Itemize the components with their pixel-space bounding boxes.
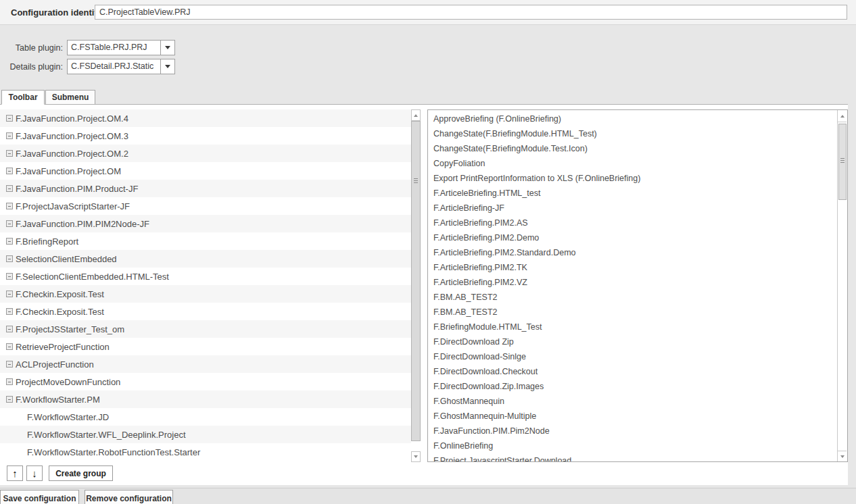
node-icon: [6, 150, 13, 157]
configured-function-row[interactable]: F.Checkin.Exposit.Test: [0, 285, 411, 303]
available-function-label: F.ArticleBriefing-JF: [433, 203, 504, 213]
available-function-row[interactable]: F.ArticleBriefing-JF: [428, 201, 837, 216]
move-down-icon: ↓: [32, 468, 37, 479]
available-function-row[interactable]: F.DirectDownload-Sinlge: [428, 349, 837, 364]
configured-function-label: F.JavaFunction.Project.OM.3: [16, 131, 128, 141]
node-icon: [6, 115, 13, 122]
save-configuration-button[interactable]: Save configuration: [0, 490, 79, 504]
move-up-icon: ↑: [12, 468, 18, 479]
scroll-down-button[interactable]: [838, 451, 847, 461]
node-icon: [6, 255, 13, 262]
create-group-button[interactable]: Create group: [49, 465, 113, 481]
available-function-label: F.JavaFunction.PIM.Pim2Node: [433, 426, 550, 436]
configured-function-row[interactable]: F.BriefingReport: [0, 232, 411, 250]
available-function-label: F.ArticeleBriefing.HTML_test: [433, 188, 540, 198]
node-icon: [6, 361, 13, 368]
available-function-row[interactable]: F.ArticleBriefing.PIM2.VZ: [428, 275, 837, 290]
available-function-row[interactable]: Export PrintReportInformation to XLS (F.…: [428, 171, 837, 186]
available-function-row[interactable]: F.BM.AB_TEST2: [428, 305, 837, 320]
configured-function-row[interactable]: F.JavaFunction.Project.OM: [0, 162, 411, 180]
available-function-label: F.ArticleBriefing.PIM2.Standard.Demo: [433, 248, 576, 257]
left-scrollbar-thumb[interactable]: [411, 121, 421, 441]
configured-function-row[interactable]: F.WorkflowStarter.RobotFunctionTest.Star…: [0, 443, 411, 461]
configured-function-row[interactable]: F.JavaFunction.Project.OM.4: [0, 109, 411, 127]
scroll-up-button[interactable]: [411, 109, 421, 121]
configured-function-label: F.JavaFunction.PIM.Product-JF: [16, 184, 138, 194]
available-function-row[interactable]: F.GhostMannequin-Multiple: [428, 409, 837, 424]
right-scrollbar-thumb[interactable]: [838, 124, 847, 200]
table-plugin-label: Table plugin:: [0, 43, 67, 53]
node-icon: [6, 168, 13, 174]
configured-function-row[interactable]: RetrieveProjectFunction: [0, 338, 411, 355]
available-function-row[interactable]: CopyFoliation: [428, 156, 837, 171]
available-function-row[interactable]: F.JavaFunction.PIM.Pim2Node: [428, 424, 837, 438]
available-function-label: F.DirectDownload-Sinlge: [433, 352, 526, 361]
available-function-row[interactable]: F.BM.AB_TEST2: [428, 290, 837, 305]
available-function-row[interactable]: F.ArticleBriefing.PIM2.Standard.Demo: [428, 245, 837, 260]
scroll-down-button[interactable]: [411, 451, 421, 462]
configured-function-row[interactable]: F.WorkflowStarter.JD: [0, 408, 411, 426]
table-plugin-value: C.FSTable.PRJ.PRJ: [68, 41, 160, 55]
available-function-label: CopyFoliation: [433, 159, 485, 168]
configured-function-row[interactable]: F.Checkin.Exposit.Test: [0, 303, 411, 320]
configured-function-label: F.ProjectJavaScriptStarter-JF: [16, 201, 130, 211]
table-plugin-row: Table plugin: C.FSTable.PRJ.PRJ: [0, 40, 175, 55]
configuration-identifier-input[interactable]: [95, 5, 847, 20]
available-function-row[interactable]: F.ArticeleBriefing.HTML_test: [428, 186, 837, 201]
configured-function-row[interactable]: F.ProjectJSStarter_Test_om: [0, 320, 411, 338]
configured-function-row[interactable]: ACLProjectFunction: [0, 355, 411, 373]
configured-function-row[interactable]: F.WorkflowStarter.WFL_Deeplink.Project: [0, 426, 411, 443]
configured-function-label: F.Checkin.Exposit.Test: [16, 289, 104, 299]
available-function-row[interactable]: F.DirectDownload.Zip.Images: [428, 379, 837, 394]
configured-function-row[interactable]: F.SelectionClientEmbedded.HTML-Test: [0, 268, 411, 285]
configured-function-row[interactable]: F.ProjectJavaScriptStarter-JF: [0, 197, 411, 215]
available-function-row[interactable]: F.Project.JavascriptStarter.Download: [428, 453, 837, 461]
available-function-row[interactable]: F.DirectDownload.Checkout: [428, 364, 837, 379]
details-plugin-dropdown-button[interactable]: [160, 59, 174, 74]
details-plugin-value: C.FSDetail.PRJ.Static: [68, 59, 160, 74]
configured-function-label: SelectionClientEmbedded: [16, 254, 117, 264]
move-up-button[interactable]: ↑: [7, 465, 23, 481]
configured-function-row[interactable]: F.JavaFunction.PIM.Product-JF: [0, 180, 411, 197]
configured-function-row[interactable]: SelectionClientEmbedded: [0, 250, 411, 268]
available-function-row[interactable]: ChangeState(F.BriefingModule.Test.Icon): [428, 141, 837, 156]
details-plugin-row: Details plugin: C.FSDetail.PRJ.Static: [0, 59, 175, 74]
configured-function-row[interactable]: ProjectMoveDownFunction: [0, 373, 411, 390]
available-function-label: F.ArticleBriefing.PIM2.AS: [433, 218, 528, 228]
available-function-label: F.GhostMannequin: [433, 397, 504, 406]
main-content: F.JavaFunction.Project.OM.4 F.JavaFuncti…: [0, 105, 848, 485]
plugin-form: Table plugin: C.FSTable.PRJ.PRJ Details …: [0, 40, 175, 78]
available-function-row[interactable]: F.DirectDownload Zip: [428, 334, 837, 349]
details-plugin-select[interactable]: C.FSDetail.PRJ.Static: [67, 59, 175, 74]
available-function-label: ChangeState(F.BriefingModule.Test.Icon): [433, 144, 588, 153]
scroll-up-button[interactable]: [838, 110, 847, 122]
available-function-row[interactable]: F.ArticleBriefing.PIM2.AS: [428, 216, 837, 230]
remove-configuration-button[interactable]: Remove configuration: [85, 490, 173, 504]
tab-toolbar[interactable]: Toolbar: [1, 90, 45, 105]
configured-function-row[interactable]: F.WorkflowStarter.PM: [0, 390, 411, 408]
configured-function-row[interactable]: F.JavaFunction.Project.OM.3: [0, 127, 411, 145]
move-down-button[interactable]: ↓: [26, 465, 43, 481]
available-function-label: F.ArticleBriefing.PIM2.Demo: [433, 233, 539, 243]
configured-function-label: F.WorkflowStarter.JD: [27, 412, 109, 422]
available-function-row[interactable]: ChangeState(F.BriefingModule.HTML_Test): [428, 126, 837, 141]
configuration-identifier-label: Configuration identifier: [11, 7, 108, 18]
available-function-row[interactable]: F.GhostMannequin: [428, 394, 837, 409]
node-icon: [6, 273, 13, 280]
available-function-row[interactable]: ApproveBriefing (F.OnlineBriefing): [428, 111, 837, 126]
configured-function-row[interactable]: F.JavaFunction.Project.OM.2: [0, 145, 411, 162]
table-plugin-dropdown-button[interactable]: [160, 41, 174, 55]
configured-function-label: F.Checkin.Exposit.Test: [16, 307, 104, 317]
available-function-row[interactable]: F.ArticleBriefing.PIM2.TK: [428, 260, 837, 275]
configured-function-row[interactable]: F.JavaFunction.PIM.PIM2Node-JF: [0, 215, 411, 232]
available-function-row[interactable]: F.OnlineBriefing: [428, 438, 837, 453]
available-function-label: Export PrintReportInformation to XLS (F.…: [433, 174, 640, 183]
table-plugin-select[interactable]: C.FSTable.PRJ.PRJ: [67, 40, 175, 55]
tab-submenu[interactable]: Submenu: [45, 90, 95, 104]
node-icon: [6, 396, 13, 403]
available-functions-panel: ApproveBriefing (F.OnlineBriefing) Chang…: [427, 109, 848, 462]
available-function-row[interactable]: F.ArticleBriefing.PIM2.Demo: [428, 230, 837, 245]
available-function-row[interactable]: F.BriefingModule.HTML_Test: [428, 320, 837, 334]
node-icon: [6, 343, 13, 350]
configured-function-label: RetrieveProjectFunction: [16, 342, 110, 352]
